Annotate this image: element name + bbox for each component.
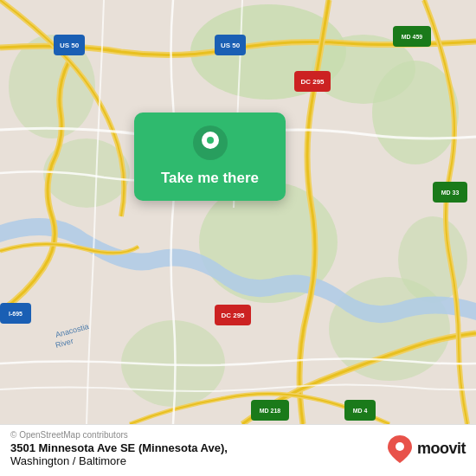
- svg-point-34: [396, 442, 404, 451]
- location-pin-icon: [192, 125, 228, 161]
- svg-text:DC 295: DC 295: [221, 312, 245, 319]
- moovit-logo: moovit: [386, 434, 466, 465]
- moovit-icon: [386, 434, 414, 465]
- take-me-there-popup[interactable]: Take me there: [134, 113, 286, 201]
- moovit-text: moovit: [417, 440, 466, 458]
- svg-text:US 50: US 50: [221, 42, 241, 49]
- svg-point-33: [207, 137, 214, 144]
- city-text: Washington / Baltimore: [10, 454, 228, 467]
- copyright-text: © OpenStreetMap contributors: [10, 430, 228, 440]
- svg-text:MD 33: MD 33: [441, 190, 460, 196]
- svg-text:MD 459: MD 459: [402, 34, 423, 40]
- address-block: © OpenStreetMap contributors 3501 Minnes…: [10, 430, 228, 467]
- address-text: 3501 Minnesota Ave SE (Minnesota Ave),: [10, 441, 228, 454]
- svg-text:DC 295: DC 295: [300, 78, 325, 86]
- map-container: US 50 US 50 DC 295 DC 295 I-695 MD 459 M…: [0, 0, 476, 424]
- svg-text:I-695: I-695: [9, 311, 23, 317]
- bottom-info-bar: © OpenStreetMap contributors 3501 Minnes…: [0, 424, 476, 474]
- svg-text:US 50: US 50: [60, 42, 80, 49]
- svg-text:MD 218: MD 218: [260, 408, 281, 414]
- take-me-there-label: Take me there: [161, 170, 259, 187]
- svg-text:MD 4: MD 4: [353, 408, 368, 414]
